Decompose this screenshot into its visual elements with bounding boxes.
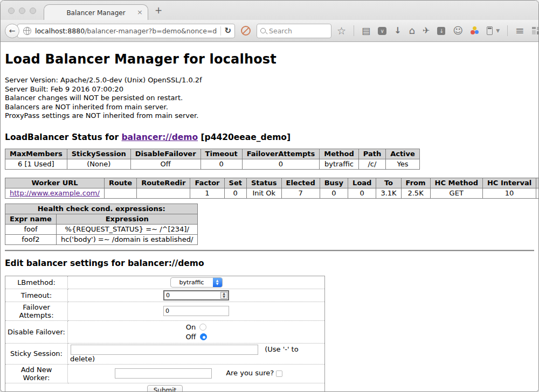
url-bar[interactable]: localhost:8880/balancer-manager?b=demo&n…	[17, 24, 235, 38]
table-row: foof %{REQUEST_STATUS} =~ /^[234]/	[5, 224, 198, 234]
table-header-row: Expr name Expression	[5, 214, 198, 224]
send-tab-icon[interactable]: ✈	[423, 26, 430, 35]
content-blocked-icon[interactable]	[241, 26, 251, 36]
reading-list-icon[interactable]: ▤	[362, 26, 370, 36]
submit-button[interactable]: Submit	[147, 385, 183, 392]
disable-failover-field-cell: On Off	[68, 320, 325, 343]
status-heading: LoadBalancer Status for balancer://demo …	[5, 132, 534, 142]
server-info: Server Version: Apache/2.5.0-dev (Unix) …	[5, 76, 534, 121]
add-new-worker-label: Add New Worker:	[5, 364, 68, 383]
sticky-field-cell: (Use '-' to delete)	[68, 343, 325, 364]
tab-close-icon[interactable]: ×	[137, 8, 143, 16]
failover-attempts-input[interactable]	[163, 306, 229, 316]
timeout-input[interactable]	[163, 290, 229, 300]
hello-chat-icon[interactable]: ☺	[453, 26, 463, 36]
device-sync-icon[interactable]	[487, 26, 493, 35]
radio-on[interactable]	[199, 324, 206, 331]
column-header: Route	[104, 178, 136, 188]
sticky-session-label: Sticky Session:	[5, 343, 68, 364]
back-button[interactable]: ←	[5, 24, 19, 38]
tab-title: Balancer Manager	[66, 9, 125, 17]
browser-tab[interactable]: Balancer Manager ×	[44, 4, 148, 20]
form-row: Sticky Session: (Use '-' to delete)	[5, 343, 325, 364]
are-you-sure-checkbox[interactable]	[276, 370, 282, 377]
downloads-icon[interactable]: ↓	[394, 26, 401, 35]
table-row: http://www.example.com/ 1 0 Init Ok 7 0 …	[5, 188, 539, 198]
window-minimize-button[interactable]	[19, 8, 25, 14]
home-icon[interactable]: ⌂	[409, 26, 415, 36]
reload-button[interactable]: ↻	[224, 26, 232, 36]
new-tab-button[interactable]: +	[155, 5, 162, 16]
lbmethod-field-cell: bytraffic ▲▼	[68, 276, 325, 289]
balancer-status-table: MaxMembers StickySession DisableFailover…	[5, 149, 420, 170]
column-header: StickySession	[67, 149, 130, 159]
search-bar[interactable]: Search	[257, 24, 331, 38]
table-cell: 10	[482, 188, 536, 198]
worker-table: Worker URL Route RouteRedir Factor Set S…	[5, 178, 538, 199]
number-spinner-icon[interactable]: ▲▼	[220, 292, 227, 299]
column-header: Elected	[281, 178, 320, 188]
form-row: Add New Worker: Are you sure?	[5, 364, 325, 383]
status-heading-prefix: LoadBalancer Status for	[5, 132, 121, 142]
form-row: Failover Attempts:	[5, 302, 325, 320]
table-cell: (None)	[67, 159, 130, 169]
expression-cell: hc('body') =~ /domain is established/	[56, 234, 198, 244]
lbmethod-select[interactable]: bytraffic ▲▼	[170, 277, 223, 288]
disable-failover-label: Disable Failover:	[5, 320, 68, 343]
title-bar: Balancer Manager × +	[1, 1, 538, 20]
table-cell: 3.1K	[376, 188, 401, 198]
edit-balancer-form: LBmethod: bytraffic ▲▼ Timeout: ▲▼	[5, 276, 325, 392]
table-cell: 0	[320, 188, 348, 198]
failover-field-cell	[68, 302, 325, 320]
worker-url-link[interactable]: http://www.example.com/	[10, 189, 100, 197]
table-cell: 0	[348, 188, 376, 198]
table-cell: 0	[242, 159, 320, 169]
submit-cell: Submit	[5, 383, 325, 392]
table-cell: 1	[190, 188, 224, 198]
pocket-icon[interactable]: ∨	[378, 27, 386, 35]
lbmethod-selected-value: bytraffic	[171, 278, 213, 287]
column-header: Method	[320, 149, 358, 159]
sticky-session-input[interactable]	[71, 345, 258, 355]
extension-dots-icon[interactable]	[471, 26, 479, 35]
table-cell: /c/	[358, 159, 385, 169]
add-worker-field-cell: Are you sure?	[68, 364, 325, 383]
bookmark-star-icon[interactable]: ☆	[337, 26, 346, 36]
chevron-down-icon[interactable]: ▼	[496, 28, 500, 33]
window-zoom-button[interactable]	[30, 8, 36, 14]
url-divider	[220, 26, 221, 36]
table-cell: Off	[130, 159, 201, 169]
column-header: Expr name	[5, 214, 57, 224]
column-header: Expression	[56, 214, 198, 224]
table-header-row: MaxMembers StickySession DisableFailover…	[5, 149, 420, 159]
balancer-link[interactable]: balancer://demo	[121, 132, 198, 142]
radio-off[interactable]	[200, 333, 207, 340]
persist-note-line: Balancer changes will NOT be persisted o…	[5, 94, 534, 103]
url-text[interactable]: localhost:8880/balancer-manager?b=demo&n…	[35, 27, 217, 35]
column-header: RouteRedir	[137, 178, 190, 188]
worker-url-cell: http://www.example.com/	[5, 188, 105, 198]
column-header: Worker URL	[5, 178, 105, 188]
health-check-table: Health check cond. expressions: Expr nam…	[5, 204, 198, 245]
window-close-button[interactable]	[8, 8, 15, 14]
column-header: HC Interval	[482, 178, 536, 188]
timeout-field-cell: ▲▼	[68, 289, 325, 302]
column-header: HC Method	[430, 178, 482, 188]
edit-settings-heading: Edit balancer settings for balancer://de…	[5, 258, 534, 268]
timeout-label: Timeout:	[5, 289, 68, 302]
radio-on-label: On	[186, 323, 196, 331]
tab-groups-icon[interactable]	[532, 27, 539, 34]
table-header-row: Worker URL Route RouteRedir Factor Set S…	[5, 178, 539, 188]
column-header: Load	[348, 178, 376, 188]
column-header: Active	[386, 149, 420, 159]
save-page-icon[interactable]: ↓	[437, 27, 445, 35]
menu-icon[interactable]: ≡	[515, 24, 524, 37]
table-header-row: Health check cond. expressions:	[5, 204, 198, 214]
column-header: Timeout	[201, 149, 242, 159]
server-version-line: Server Version: Apache/2.5.0-dev (Unix) …	[5, 76, 534, 85]
add-worker-input[interactable]	[115, 368, 212, 379]
search-placeholder: Search	[269, 27, 292, 35]
radio-off-label: Off	[185, 333, 196, 341]
column-header: Set	[224, 178, 246, 188]
expr-name-cell: foof	[5, 224, 57, 234]
